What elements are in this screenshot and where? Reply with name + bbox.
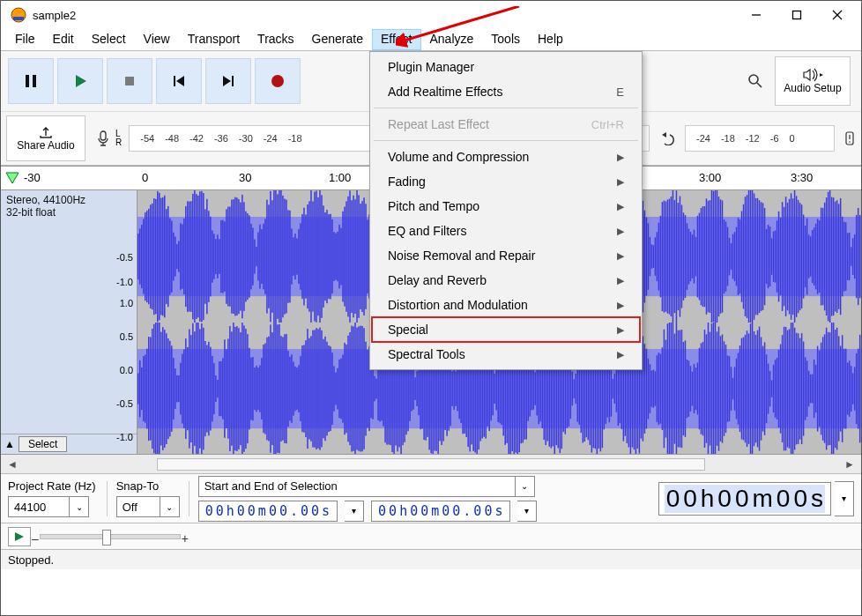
svg-rect-767: [715, 323, 717, 455]
svg-rect-33: [146, 211, 148, 302]
play-at-speed-button[interactable]: [8, 527, 31, 546]
svg-rect-131: [319, 190, 321, 323]
menu-generate[interactable]: Generate: [303, 29, 372, 50]
svg-rect-848: [858, 348, 859, 428]
menuitem-pitch-and-tempo[interactable]: Pitch and Tempo▶: [372, 194, 640, 219]
share-audio-button[interactable]: Share Audio: [6, 115, 85, 161]
project-rate-field[interactable]: 44100: [8, 496, 70, 517]
menu-tracks[interactable]: Tracks: [249, 29, 302, 50]
svg-rect-769: [718, 326, 720, 450]
selection-start-dropdown[interactable]: ▾: [345, 501, 364, 522]
svg-rect-74: [219, 239, 220, 274]
selection-mode-dropdown[interactable]: ⌄: [516, 476, 535, 497]
svg-rect-395: [785, 197, 787, 316]
svg-rect-12: [174, 76, 175, 86]
record-button[interactable]: [255, 58, 301, 104]
slider-thumb[interactable]: [102, 530, 111, 545]
svg-rect-378: [755, 198, 757, 315]
snap-dropdown[interactable]: ⌄: [160, 496, 180, 517]
svg-rect-822: [812, 374, 814, 403]
scroll-right-button[interactable]: ►: [842, 456, 858, 472]
play-button[interactable]: [57, 58, 103, 104]
mic-channel-labels: L R: [115, 130, 122, 147]
audio-position-field[interactable]: 00 h 00 m 00 s: [658, 482, 831, 516]
playback-speed-slider[interactable]: – +: [40, 534, 181, 539]
track-select-button[interactable]: Select: [19, 436, 67, 452]
menuitem-noise-removal-and-repair[interactable]: Noise Removal and Repair▶: [372, 243, 640, 268]
menuitem-eq-and-filters[interactable]: EQ and Filters▶: [372, 219, 640, 243]
menu-effect[interactable]: Effect: [372, 29, 421, 50]
stop-button[interactable]: [107, 58, 152, 104]
window-minimize-button[interactable]: [736, 2, 777, 28]
svg-rect-490: [226, 349, 227, 428]
svg-rect-338: [685, 215, 687, 298]
svg-rect-503: [249, 347, 250, 429]
skip-start-button[interactable]: [156, 58, 202, 104]
menuitem-distortion-and-modulation[interactable]: Distortion and Modulation▶: [372, 293, 640, 317]
menu-transport[interactable]: Transport: [179, 29, 249, 50]
scroll-left-button[interactable]: ◄: [4, 456, 20, 472]
svg-rect-485: [217, 379, 219, 397]
snap-field[interactable]: Off: [116, 496, 160, 517]
svg-rect-75: [220, 220, 222, 293]
svg-rect-509: [259, 365, 261, 412]
menu-help[interactable]: Help: [529, 29, 572, 50]
menu-file[interactable]: File: [6, 29, 44, 50]
svg-rect-47: [171, 220, 173, 292]
mic-icon[interactable]: [93, 122, 114, 154]
menuitem-spectral-tools[interactable]: Spectral Tools▶: [372, 342, 640, 367]
menu-tools[interactable]: Tools: [482, 29, 529, 50]
svg-rect-96: [257, 233, 259, 281]
undo-button[interactable]: [655, 122, 680, 154]
pause-button[interactable]: [8, 58, 54, 104]
svg-rect-565: [358, 326, 360, 450]
selection-end-dropdown[interactable]: ▾: [517, 501, 537, 522]
svg-rect-86: [240, 203, 242, 311]
svg-rect-128: [314, 192, 316, 322]
svg-rect-810: [791, 323, 792, 455]
svg-rect-67: [206, 199, 208, 315]
svg-rect-20: [100, 131, 106, 140]
menuitem-add-realtime-effects[interactable]: Add Realtime EffectsE: [372, 79, 640, 104]
svg-rect-332: [674, 200, 676, 313]
svg-rect-364: [731, 243, 732, 270]
menuitem-volume-and-compression[interactable]: Volume and Compression▶: [372, 145, 640, 169]
selection-end-field[interactable]: 00 h 00 m 00.00 s: [371, 501, 510, 522]
svg-rect-80: [229, 206, 231, 306]
svg-rect-154: [360, 204, 361, 309]
playback-meter[interactable]: -24-18-12-60: [685, 125, 835, 152]
meter-clip-icon[interactable]: [840, 122, 859, 154]
menu-view[interactable]: View: [135, 29, 179, 50]
svg-rect-486: [219, 361, 220, 416]
skip-end-button[interactable]: [205, 58, 251, 104]
svg-rect-444: [145, 354, 146, 422]
project-rate-dropdown[interactable]: ⌄: [70, 496, 89, 517]
collapse-icon[interactable]: ▲: [4, 438, 15, 450]
track-control-panel[interactable]: Stereo, 44100Hz 32-bit float -0.5-1.0 1.…: [1, 190, 137, 454]
svg-rect-483: [213, 363, 215, 414]
window-close-button[interactable]: [817, 2, 858, 28]
audio-position-dropdown[interactable]: ▾: [835, 481, 854, 516]
audio-setup-button[interactable]: Audio Setup: [775, 56, 851, 106]
svg-rect-144: [342, 212, 344, 302]
svg-rect-360: [724, 219, 725, 293]
menuitem-delay-and-reverb[interactable]: Delay and Reverb▶: [372, 268, 640, 293]
selection-mode-field[interactable]: Start and End of Selection: [198, 476, 516, 497]
menu-select[interactable]: Select: [83, 29, 135, 50]
menu-edit[interactable]: Edit: [44, 29, 83, 50]
zoom-search-icon[interactable]: [739, 65, 771, 97]
svg-rect-107: [277, 194, 279, 318]
svg-rect-498: [240, 332, 242, 445]
menu-analyze[interactable]: Analyze: [421, 29, 483, 50]
svg-rect-101: [266, 200, 268, 314]
submenu-arrow-icon: ▶: [617, 226, 624, 237]
svg-rect-796: [766, 354, 768, 423]
svg-rect-642: [494, 374, 495, 404]
selection-start-field[interactable]: 00 h 00 m 00.00 s: [198, 501, 338, 522]
menuitem-special[interactable]: Special▶: [372, 317, 640, 342]
menuitem-plugin-manager[interactable]: Plugin Manager: [372, 55, 640, 79]
svg-rect-774: [727, 355, 729, 421]
svg-rect-551: [333, 366, 335, 411]
window-maximize-button[interactable]: [777, 2, 817, 28]
menuitem-fading[interactable]: Fading▶: [372, 169, 640, 194]
